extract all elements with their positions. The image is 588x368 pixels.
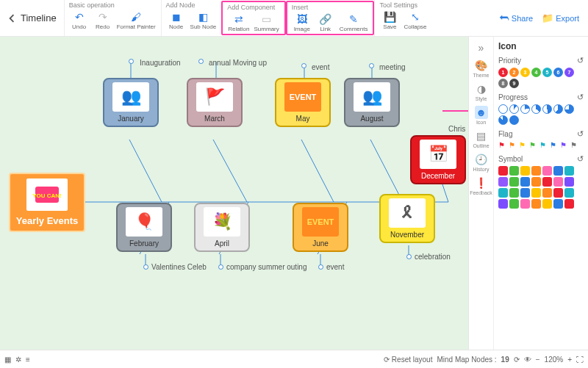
add-subnode-button[interactable]: ◧Sub Node <box>190 10 218 32</box>
flag-reset[interactable]: ↺ <box>577 129 584 139</box>
node-january[interactable]: 👥 January <box>103 78 159 127</box>
node-february[interactable]: 🎈 February <box>116 203 172 252</box>
format-painter-button[interactable]: 🖌Format Painter <box>116 10 157 32</box>
rail-feedback[interactable]: ❗Feedback <box>469 176 493 195</box>
symbol-item[interactable] <box>498 166 508 176</box>
view-mode-2[interactable]: ✲ <box>15 356 21 364</box>
rail-icon[interactable]: ☻Icon <box>469 106 493 125</box>
redo-button[interactable]: ↷Redo <box>93 10 113 32</box>
priority-6[interactable]: 6 <box>553 68 563 77</box>
flag-blue[interactable]: ⚑ <box>550 141 559 150</box>
zoom-in[interactable]: + <box>567 356 572 364</box>
symbol-item[interactable] <box>553 188 563 198</box>
progress-5[interactable] <box>553 104 563 114</box>
back-button[interactable]: Timeline <box>6 0 64 36</box>
symbol-item[interactable] <box>531 188 541 198</box>
symbol-item[interactable] <box>542 166 552 176</box>
progress-2[interactable] <box>520 104 530 114</box>
priority-4[interactable]: 4 <box>531 68 541 77</box>
flag-green[interactable]: ⚑ <box>529 141 538 150</box>
rail-history[interactable]: 🕘History <box>469 153 493 172</box>
export-button[interactable]: 📁Export <box>542 12 579 24</box>
priority-5[interactable]: 5 <box>542 68 552 77</box>
symbol-reset[interactable]: ↺ <box>577 154 584 164</box>
relation-button[interactable]: ⇄Relation <box>227 12 250 34</box>
root-node[interactable]: YOU CAN! Yearly Events <box>9 173 85 232</box>
symbol-item[interactable] <box>509 166 519 176</box>
priority-reset[interactable]: ↺ <box>577 56 584 65</box>
collapse-button[interactable]: ⤡Collapse <box>403 10 427 32</box>
symbol-item[interactable] <box>498 177 508 187</box>
priority-7[interactable]: 7 <box>564 68 574 77</box>
symbol-item[interactable] <box>542 199 552 209</box>
symbol-item[interactable] <box>531 177 541 187</box>
symbol-item[interactable] <box>509 199 519 209</box>
node-november[interactable]: 🎗 November <box>379 194 435 243</box>
symbol-item[interactable] <box>531 199 541 209</box>
symbol-item[interactable] <box>553 199 563 209</box>
flag-teal[interactable]: ⚑ <box>539 141 548 150</box>
node-may[interactable]: EVENT May <box>275 78 331 127</box>
zoom-out[interactable]: − <box>536 356 540 364</box>
priority-2[interactable]: 2 <box>509 68 519 77</box>
symbol-item[interactable] <box>553 177 563 187</box>
symbol-item[interactable] <box>564 177 574 187</box>
eye-icon[interactable]: 👁 <box>524 356 531 364</box>
priority-9[interactable]: 9 <box>509 79 519 88</box>
flag-orange[interactable]: ⚑ <box>509 141 517 150</box>
refresh-icon[interactable]: ⟳ <box>514 356 520 364</box>
rail-outline[interactable]: ▤Outline <box>469 129 493 148</box>
flag-red[interactable]: ⚑ <box>498 141 507 150</box>
rail-theme[interactable]: 🎨Theme <box>469 59 493 78</box>
symbol-item[interactable] <box>531 166 541 176</box>
reset-layout-button[interactable]: ⟳ Reset layout <box>384 356 432 364</box>
symbol-item[interactable] <box>509 177 519 187</box>
comments-button[interactable]: ✎Comments <box>339 12 369 34</box>
share-button[interactable]: ⮪Share <box>500 12 533 24</box>
undo-button[interactable]: ↶Undo <box>69 10 90 32</box>
flag-yellow[interactable]: ⚑ <box>519 141 528 150</box>
node-december[interactable]: 📅 December <box>410 135 466 184</box>
progress-3[interactable] <box>531 104 541 114</box>
symbol-item[interactable] <box>542 177 552 187</box>
symbol-item[interactable] <box>509 188 519 198</box>
node-april[interactable]: 💐 April <box>194 203 250 252</box>
flag-gray[interactable]: ⚑ <box>570 141 579 150</box>
panel-toggle[interactable]: » <box>469 41 493 54</box>
progress-0[interactable] <box>498 104 508 114</box>
flag-purple[interactable]: ⚑ <box>560 141 569 150</box>
progress-1[interactable] <box>509 104 519 114</box>
node-march[interactable]: 🚩 March <box>187 78 243 127</box>
symbol-item[interactable] <box>520 188 530 198</box>
symbol-item[interactable] <box>520 177 530 187</box>
node-june[interactable]: EVENT June <box>293 203 348 252</box>
priority-1[interactable]: 1 <box>498 68 508 77</box>
view-mode-1[interactable]: ▦ <box>4 356 11 364</box>
symbol-item[interactable] <box>542 188 552 198</box>
symbol-item[interactable] <box>553 166 563 176</box>
fullscreen-button[interactable]: ⛶ <box>576 356 584 364</box>
add-node-button[interactable]: ◼Node <box>166 10 187 32</box>
progress-4[interactable] <box>542 104 552 114</box>
rail-style[interactable]: ◑Style <box>469 82 493 101</box>
symbol-item[interactable] <box>520 166 530 176</box>
progress-6[interactable] <box>564 104 574 114</box>
view-mode-3[interactable]: ≡ <box>26 356 30 364</box>
symbol-item[interactable] <box>564 199 574 209</box>
progress-reset[interactable]: ↺ <box>577 93 584 102</box>
symbol-item[interactable] <box>498 199 508 209</box>
node-august[interactable]: 👥 August <box>344 78 400 127</box>
save-button[interactable]: 💾Save <box>379 10 400 32</box>
insert-image-button[interactable]: 🖼Image <box>292 12 312 34</box>
symbol-item[interactable] <box>498 188 508 198</box>
progress-7[interactable] <box>498 115 508 125</box>
symbol-item[interactable] <box>564 166 574 176</box>
symbol-item[interactable] <box>520 199 530 209</box>
symbol-item[interactable] <box>564 188 574 198</box>
priority-3[interactable]: 3 <box>520 68 530 77</box>
priority-8[interactable]: 8 <box>498 79 508 88</box>
progress-8[interactable] <box>509 115 519 125</box>
summary-button[interactable]: ▭Summary <box>254 12 280 34</box>
mindmap-canvas[interactable]: YOU CAN! Yearly Events Inauguration 👥 Ja… <box>0 37 468 350</box>
insert-link-button[interactable]: 🔗Link <box>315 12 336 34</box>
